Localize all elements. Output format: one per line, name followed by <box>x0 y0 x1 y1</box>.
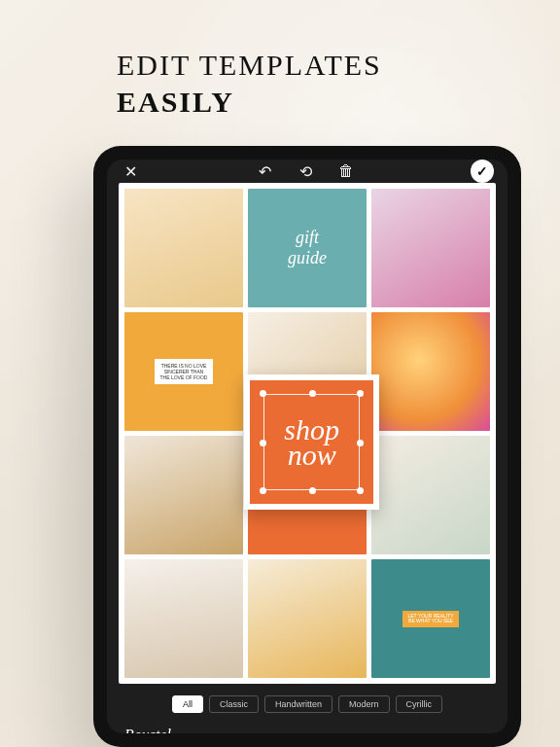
filter-modern[interactable]: Modern <box>338 695 390 713</box>
close-icon[interactable]: ✕ <box>121 161 140 181</box>
undo-icon[interactable]: ↶ <box>255 161 274 181</box>
resize-handle[interactable] <box>260 390 266 397</box>
app-screen: ✕ ↶ ⟲ 🗑 ✓ gift guide THERE IS NO LOVE SI… <box>107 160 508 733</box>
resize-handle[interactable] <box>357 440 364 446</box>
font-option[interactable]: Roustel <box>124 721 490 733</box>
font-name: Roustel <box>124 727 171 733</box>
swap-icon[interactable]: ⟲ <box>296 161 315 181</box>
grid-tile[interactable] <box>371 312 490 431</box>
resize-handle[interactable] <box>260 487 266 494</box>
grid-tile-quote2[interactable]: LET YOUR REALITY BE WHAT YOU SEE <box>371 559 490 678</box>
filter-handwritten[interactable]: Handwritten <box>264 695 332 713</box>
resize-handle[interactable] <box>309 390 316 397</box>
confirm-button[interactable]: ✓ <box>471 160 494 183</box>
grid-tile-quote[interactable]: THERE IS NO LOVE SINCERER THAN THE LOVE … <box>124 312 243 431</box>
headline-line-2: EASILY <box>117 84 382 121</box>
filter-all[interactable]: All <box>172 695 203 713</box>
resize-handle[interactable] <box>260 440 266 446</box>
grid-tile[interactable] <box>124 189 243 307</box>
promo-headline: EDIT TEMPLATES EASILY <box>117 47 382 120</box>
headline-line-1: EDIT TEMPLATES <box>117 47 382 84</box>
grid-tile-gift-guide[interactable]: gift guide <box>248 189 367 307</box>
font-list: Roustel Raleway-ExtraBold RUBIKMONOONE-R… <box>107 721 508 733</box>
grid-tile[interactable] <box>124 559 243 678</box>
grid-tile[interactable] <box>248 559 367 678</box>
selected-element[interactable]: shop now <box>244 374 380 511</box>
selection-bounding-box <box>263 394 361 491</box>
font-category-tabs: All Classic Handwritten Modern Cyrillic <box>107 695 508 713</box>
tablet-frame: ✕ ↶ ⟲ 🗑 ✓ gift guide THERE IS NO LOVE SI… <box>93 146 521 747</box>
resize-handle[interactable] <box>357 390 364 397</box>
filter-cyrillic[interactable]: Cyrillic <box>396 695 443 713</box>
grid-tile[interactable] <box>124 436 243 554</box>
grid-tile[interactable] <box>371 436 490 554</box>
resize-handle[interactable] <box>357 487 364 494</box>
filter-classic[interactable]: Classic <box>209 695 259 713</box>
trash-icon[interactable]: 🗑 <box>336 161 356 181</box>
resize-handle[interactable] <box>309 487 316 494</box>
template-canvas[interactable]: gift guide THERE IS NO LOVE SINCERER THA… <box>119 183 496 684</box>
grid-tile[interactable] <box>371 189 490 307</box>
editor-topbar: ✕ ↶ ⟲ 🗑 ✓ <box>107 160 508 183</box>
